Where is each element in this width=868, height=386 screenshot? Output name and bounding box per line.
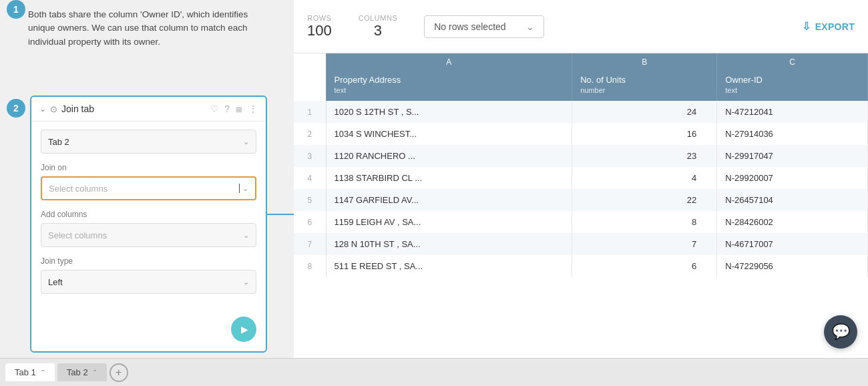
row-address: 511 E REED ST , SA...: [326, 255, 572, 277]
row-number: 1: [294, 101, 326, 123]
row-address: 1147 GARFIELD AV...: [326, 189, 572, 211]
row-units: 8: [572, 211, 717, 233]
step2-number: 2: [7, 99, 25, 118]
add-row-icon[interactable]: ≣: [235, 104, 243, 114]
join-type-chevron: ⌄: [243, 278, 249, 286]
add-columns-placeholder: Select columns: [48, 230, 107, 240]
join-type-label: Join type: [41, 256, 256, 266]
table-row: 5 1147 GARFIELD AV... 22 N-26457104: [294, 189, 868, 211]
row-units: 16: [572, 123, 717, 145]
run-button[interactable]: ▶: [231, 317, 256, 342]
row-address: 128 N 10TH ST , SA...: [326, 233, 572, 255]
panel-icons: ♡ ? ≣ ⋮: [210, 104, 258, 114]
row-units: 24: [572, 101, 717, 123]
columns-stat: COLUMNS 3: [359, 14, 398, 39]
bell-icon[interactable]: ♡: [210, 104, 219, 114]
row-ownerid: N-47212041: [717, 101, 868, 123]
collapse-icon[interactable]: ⌄: [39, 104, 46, 114]
join-on-dropdown[interactable]: Select columns ⌄: [41, 176, 256, 200]
tab2-label: Tab 2: [67, 367, 88, 377]
join-panel: ⌄ ⊙ Join tab ♡ ? ≣ ⋮ Tab 2 ⌄ Join on Sel…: [30, 95, 267, 353]
join-on-placeholder: Select columns: [49, 184, 107, 194]
row-number: 8: [294, 255, 326, 277]
row-ownerid: N-29917047: [717, 145, 868, 167]
row-num-header: [294, 53, 326, 71]
join-type-dropdown[interactable]: Left ⌄: [41, 270, 256, 294]
row-ownerid: N-29920007: [717, 167, 868, 189]
table-row: 3 1120 RANCHERO ... 23 N-29917047: [294, 145, 868, 167]
chat-bubble[interactable]: 💬: [824, 315, 857, 349]
rows-label: ROWS: [307, 14, 331, 22]
row-num-subheader: [294, 71, 326, 101]
table-row: 7 128 N 10TH ST , SA... 7 N-46717007: [294, 233, 868, 255]
table-row: 6 1159 LEIGH AV , SA... 8 N-28426002: [294, 211, 868, 233]
tab-select-chevron: ⌄: [243, 138, 249, 146]
columns-value: 3: [374, 22, 382, 39]
row-units: 4: [572, 167, 717, 189]
row-number: 2: [294, 123, 326, 145]
join-type-value: Left: [48, 277, 63, 287]
row-address: 1159 LEIGH AV , SA...: [326, 211, 572, 233]
tab2-chevron: ⌃: [92, 369, 97, 376]
row-number: 5: [294, 189, 326, 211]
col-a-header: A: [326, 53, 572, 71]
row-address: 1120 RANCHERO ...: [326, 145, 572, 167]
data-table-area: A B C Property Address text No. of Units…: [294, 53, 868, 358]
step1-description: Both tabs share the column 'Owner ID', w…: [28, 8, 275, 49]
row-units: 6: [572, 255, 717, 277]
rows-selected-text: No rows selected: [434, 21, 505, 32]
row-ownerid: N-27914036: [717, 123, 868, 145]
data-table: A B C Property Address text No. of Units…: [294, 53, 868, 277]
row-units: 23: [572, 145, 717, 167]
row-units: 22: [572, 189, 717, 211]
connector-line: [266, 214, 294, 215]
row-address: 1138 STARBIRD CL ...: [326, 167, 572, 189]
tab1-chevron: ⌃: [40, 369, 45, 376]
rows-value: 100: [307, 22, 332, 39]
tab1-item[interactable]: Tab 1 ⌃: [5, 363, 55, 381]
row-ownerid: N-46717007: [717, 233, 868, 255]
row-number: 3: [294, 145, 326, 167]
columns-label: COLUMNS: [359, 14, 398, 22]
join-on-chevron: ⌄: [242, 184, 248, 193]
join-panel-title: Join tab: [61, 104, 206, 114]
column-letter-row: A B C: [294, 53, 868, 71]
col-units-header: No. of Units number: [572, 71, 717, 101]
tab2-item[interactable]: Tab 2 ⌃: [57, 363, 107, 381]
row-address: 1034 S WINCHEST...: [326, 123, 572, 145]
col-address-header: Property Address text: [326, 71, 572, 101]
rows-selected-chevron: ⌄: [526, 21, 534, 32]
table-row: 8 511 E REED ST , SA... 6 N-47229056: [294, 255, 868, 277]
row-number: 6: [294, 211, 326, 233]
export-label: EXPORT: [815, 21, 855, 32]
col-c-header: C: [717, 53, 868, 71]
column-name-row: Property Address text No. of Units numbe…: [294, 71, 868, 101]
add-columns-label: Add columns: [41, 210, 256, 219]
tab-select-dropdown[interactable]: Tab 2 ⌄: [41, 130, 256, 154]
text-cursor: [239, 184, 240, 193]
chat-icon: 💬: [832, 323, 850, 341]
join-panel-body: Tab 2 ⌄ Join on Select columns ⌄ Add col…: [31, 122, 266, 311]
row-address: 1020 S 12TH ST , S...: [326, 101, 572, 123]
tab1-label: Tab 1: [15, 367, 36, 377]
add-tab-button[interactable]: +: [110, 363, 128, 382]
table-row: 4 1138 STARBIRD CL ... 4 N-29920007: [294, 167, 868, 189]
step1-number: 1: [7, 0, 25, 19]
col-b-header: B: [572, 53, 717, 71]
row-number: 4: [294, 167, 326, 189]
export-button[interactable]: ⇩ EXPORT: [802, 20, 855, 33]
stats-bar: ROWS 100 COLUMNS 3 No rows selected ⌄ ⇩ …: [294, 0, 868, 53]
play-icon: ▶: [241, 324, 248, 335]
help-icon[interactable]: ?: [224, 104, 230, 114]
more-icon[interactable]: ⋮: [248, 104, 258, 114]
col-ownerid-header: Owner-ID text: [717, 71, 868, 101]
rows-stat: ROWS 100: [307, 14, 332, 39]
rows-selected-dropdown[interactable]: No rows selected ⌄: [424, 15, 544, 38]
join-panel-header: ⌄ ⊙ Join tab ♡ ? ≣ ⋮: [31, 97, 266, 122]
row-ownerid: N-26457104: [717, 189, 868, 211]
join-tab-icon: ⊙: [50, 104, 57, 114]
row-ownerid: N-47229056: [717, 255, 868, 277]
table-row: 2 1034 S WINCHEST... 16 N-27914036: [294, 123, 868, 145]
add-columns-dropdown[interactable]: Select columns ⌄: [41, 223, 256, 247]
row-units: 7: [572, 233, 717, 255]
